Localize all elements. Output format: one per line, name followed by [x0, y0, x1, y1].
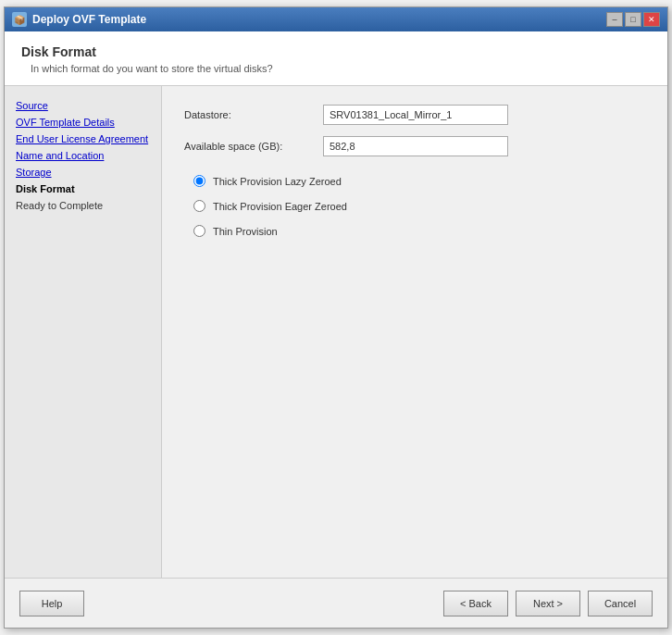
- datastore-input[interactable]: [323, 105, 508, 125]
- sidebar-item-ovf-template-details[interactable]: OVF Template Details: [5, 114, 161, 131]
- page-title: Disk Format: [21, 44, 651, 59]
- radio-thick-lazy[interactable]: [193, 175, 205, 187]
- window-icon: 📦: [12, 12, 27, 27]
- radio-label-thick-lazy[interactable]: Thick Provision Lazy Zeroed: [213, 176, 342, 187]
- next-button[interactable]: Next >: [516, 591, 580, 616]
- main-content: Datastore: Available space (GB): Thick P…: [162, 86, 667, 578]
- content-area: Source OVF Template Details End User Lic…: [5, 86, 667, 578]
- title-bar-left: 📦 Deploy OVF Template: [12, 12, 146, 27]
- datastore-row: Datastore:: [184, 105, 645, 125]
- available-space-input[interactable]: [323, 136, 508, 156]
- radio-thick-eager[interactable]: [193, 200, 205, 212]
- minimize-button[interactable]: –: [606, 12, 623, 27]
- available-space-row: Available space (GB):: [184, 136, 645, 156]
- sidebar-item-name-and-location[interactable]: Name and Location: [5, 147, 161, 164]
- sidebar-item-end-user-license[interactable]: End User License Agreement: [5, 131, 161, 147]
- radio-item-thick-eager: Thick Provision Eager Zeroed: [193, 200, 645, 212]
- available-space-label: Available space (GB):: [184, 141, 323, 152]
- main-window: 📦 Deploy OVF Template – □ ✕ Disk Format …: [4, 6, 668, 629]
- sidebar-item-source[interactable]: Source: [5, 97, 161, 114]
- datastore-label: Datastore:: [184, 109, 323, 120]
- help-button[interactable]: Help: [19, 591, 84, 616]
- sidebar-item-ready-to-complete: Ready to Complete: [5, 197, 161, 214]
- title-buttons: – □ ✕: [606, 12, 660, 27]
- header-section: Disk Format In which format do you want …: [5, 31, 667, 86]
- title-bar: 📦 Deploy OVF Template – □ ✕: [5, 7, 667, 31]
- sidebar: Source OVF Template Details End User Lic…: [5, 86, 162, 578]
- sidebar-item-storage[interactable]: Storage: [5, 164, 161, 181]
- radio-thin[interactable]: [193, 225, 205, 237]
- radio-label-thick-eager[interactable]: Thick Provision Eager Zeroed: [213, 201, 347, 212]
- footer-left: Help: [19, 591, 84, 616]
- radio-group: Thick Provision Lazy Zeroed Thick Provis…: [184, 175, 645, 237]
- close-button[interactable]: ✕: [643, 12, 660, 27]
- page-subtitle: In which format do you want to store the…: [31, 63, 651, 74]
- sidebar-item-disk-format: Disk Format: [5, 181, 161, 197]
- radio-item-thin: Thin Provision: [193, 225, 645, 237]
- radio-label-thin[interactable]: Thin Provision: [213, 226, 278, 237]
- footer: Help < Back Next > Cancel: [5, 578, 667, 628]
- cancel-button[interactable]: Cancel: [588, 591, 653, 616]
- radio-item-thick-lazy: Thick Provision Lazy Zeroed: [193, 175, 645, 187]
- window-title: Deploy OVF Template: [32, 13, 146, 26]
- back-button[interactable]: < Back: [443, 591, 508, 616]
- maximize-button[interactable]: □: [625, 12, 641, 27]
- footer-right: < Back Next > Cancel: [443, 591, 653, 616]
